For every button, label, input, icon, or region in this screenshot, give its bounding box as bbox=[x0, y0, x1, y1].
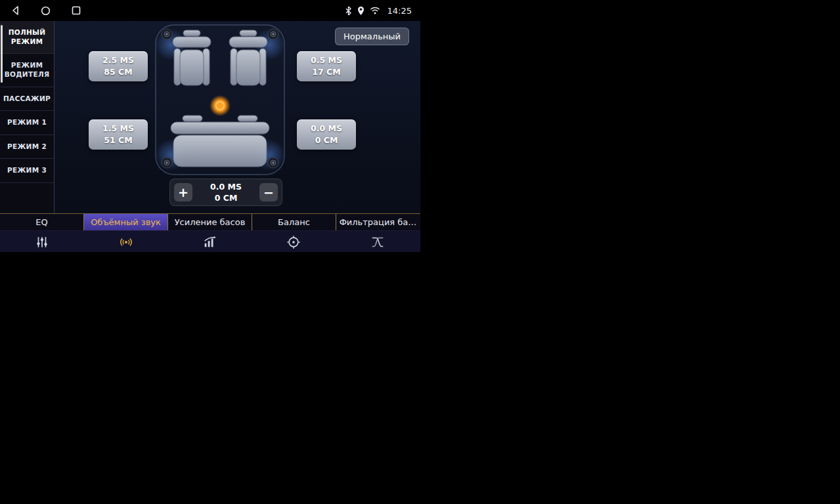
delay-increase-button[interactable]: + bbox=[174, 183, 192, 201]
delay-ms: 0.5 MS bbox=[298, 54, 355, 66]
delay-rear-left[interactable]: 1.5 MS 51 CM bbox=[89, 119, 148, 150]
delay-ms: 1.5 MS bbox=[90, 123, 146, 135]
delay-cm: 51 CM bbox=[90, 135, 146, 146]
wifi-icon bbox=[370, 7, 380, 14]
surround-mode-item[interactable]: РЕЖИМ 2 bbox=[0, 135, 54, 159]
delay-cm: 17 CM bbox=[298, 66, 355, 78]
location-icon bbox=[357, 6, 365, 16]
delay-front-left[interactable]: 2.5 MS 85 CM bbox=[89, 51, 148, 81]
bluetooth-icon bbox=[345, 6, 352, 16]
delay-rear-right[interactable]: 0.0 MS 0 CM bbox=[297, 119, 356, 150]
sound-preset-button[interactable]: Нормальный bbox=[335, 28, 409, 45]
delay-cm: 0 CM bbox=[298, 135, 355, 146]
nav-back-icon[interactable] bbox=[11, 5, 20, 16]
delay-front-right[interactable]: 0.5 MS 17 CM bbox=[297, 51, 356, 81]
status-bar: 14:25 bbox=[0, 0, 420, 21]
scrollbar[interactable] bbox=[1, 25, 3, 83]
tab-balance[interactable]: Баланс bbox=[252, 214, 336, 230]
center-delay-control: + 0.0 MS 0 CM − bbox=[169, 178, 282, 206]
nav-recents-icon[interactable] bbox=[72, 6, 81, 15]
audio-tabbar: EQОбъёмный звукУсиление басовБалансФильт… bbox=[0, 213, 420, 252]
tab-icons-row bbox=[0, 230, 420, 252]
tab-labels-row: EQОбъёмный звукУсиление басовБалансФильт… bbox=[0, 214, 420, 230]
head-unit-screen: 14:25 87.5091.6095.7099.80103.90108.00 F… bbox=[0, 0, 840, 504]
listening-position-dot[interactable] bbox=[216, 102, 224, 110]
nav-home-icon[interactable] bbox=[41, 6, 51, 16]
tab-eq[interactable]: EQ bbox=[0, 214, 83, 230]
center-delay-values: 0.0 MS 0 CM bbox=[210, 181, 242, 204]
surround-mode-item[interactable]: ПОЛНЫЙ РЕЖИМ bbox=[0, 21, 54, 54]
tab-bass[interactable]: Усиление басов bbox=[167, 214, 252, 230]
status-icons: 14:25 bbox=[345, 6, 412, 16]
status-time: 14:25 bbox=[387, 6, 412, 16]
delay-ms: 0.0 MS bbox=[210, 181, 242, 193]
surround-mode-list: ПОЛНЫЙ РЕЖИМРЕЖИМ ВОДИТЕЛЯПАССАЖИРРЕЖИМ … bbox=[0, 21, 55, 214]
surround-icon[interactable] bbox=[84, 231, 168, 252]
car-cabin-graphic bbox=[152, 22, 288, 177]
surround-mode-item[interactable]: РЕЖИМ 1 bbox=[0, 111, 54, 135]
surround-sound-screen: 14:25 ПОЛНЫЙ РЕЖИМРЕЖИМ ВОДИТЕЛЯПАССАЖИР… bbox=[0, 0, 420, 252]
delay-ms: 0.0 MS bbox=[298, 123, 355, 135]
surround-mode-item[interactable]: РЕЖИМ 3 bbox=[0, 159, 54, 183]
balance-icon[interactable] bbox=[252, 231, 336, 252]
delay-cm: 0 CM bbox=[210, 192, 242, 204]
surround-mode-item[interactable]: РЕЖИМ ВОДИТЕЛЯ bbox=[0, 54, 54, 87]
delay-decrease-button[interactable]: − bbox=[259, 183, 278, 201]
tab-filter[interactable]: Фильтрация ба… bbox=[336, 214, 420, 230]
nav-icons bbox=[11, 5, 81, 16]
delay-cm: 85 CM bbox=[90, 66, 146, 78]
bass-icon[interactable] bbox=[168, 231, 252, 252]
eq-icon[interactable] bbox=[0, 231, 84, 252]
surround-mode-item[interactable]: ПАССАЖИР bbox=[0, 87, 54, 112]
delay-ms: 2.5 MS bbox=[90, 54, 146, 66]
tab-surround[interactable]: Объёмный звук bbox=[83, 214, 167, 230]
filter-icon[interactable] bbox=[336, 231, 420, 252]
